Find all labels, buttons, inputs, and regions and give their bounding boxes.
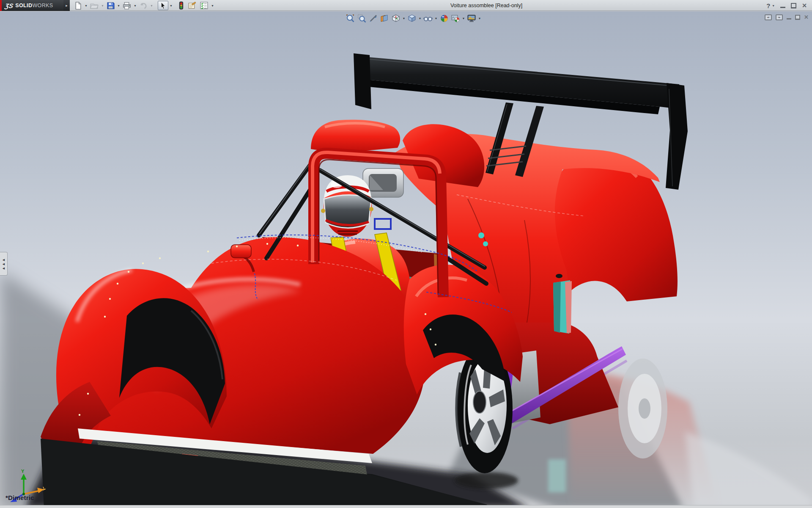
logo-red-strip xyxy=(0,0,2,11)
titlebar: ƷS SOLIDWORKS ▸ ▼ ▼ xyxy=(0,0,812,11)
undo-arrow-icon xyxy=(139,2,148,10)
interference-detection-button[interactable] xyxy=(177,1,185,10)
display-style-caret[interactable]: ▼ xyxy=(418,13,422,23)
window-bottom-edge xyxy=(0,505,812,508)
comment-note-icon xyxy=(187,1,196,10)
view-orientation-label: *Dimetric xyxy=(5,494,34,501)
comment-button[interactable] xyxy=(186,1,198,10)
section-view-button[interactable] xyxy=(379,13,390,23)
viewport-3d-scene[interactable] xyxy=(0,11,812,508)
display-style-cube-icon xyxy=(407,14,417,23)
eyeglasses-icon xyxy=(423,14,433,23)
view-orientation-cube-icon xyxy=(391,14,401,23)
new-document-button[interactable] xyxy=(73,1,83,10)
select-button[interactable] xyxy=(158,1,168,10)
open-folder-icon xyxy=(90,2,99,10)
view-settings-button[interactable] xyxy=(466,13,477,23)
main-toolbar: ▼ ▼ ▼ ▼ xyxy=(73,0,214,11)
pane-arrow-icon: ◀ xyxy=(3,262,5,265)
previous-view-icon xyxy=(369,14,378,23)
view-settings-caret[interactable]: ▼ xyxy=(478,13,481,23)
checklist-icon xyxy=(200,1,208,10)
menu-expand-arrow[interactable]: ▸ xyxy=(63,0,70,11)
view-settings-monitor-icon xyxy=(467,14,476,23)
document-window-controls: ◂▪ ▪▸ ✕ xyxy=(765,14,809,20)
traffic-light-icon xyxy=(178,1,184,10)
save-dropdown-caret[interactable]: ▼ xyxy=(117,1,121,10)
design-checker-dropdown-caret[interactable]: ▼ xyxy=(211,1,214,10)
zoom-to-fit-button[interactable] xyxy=(345,13,355,23)
apply-scene-icon xyxy=(451,14,460,23)
save-floppy-icon xyxy=(107,2,115,10)
print-button[interactable] xyxy=(121,1,132,10)
display-style-button[interactable] xyxy=(407,13,417,23)
minimize-button[interactable] xyxy=(780,7,785,8)
zoom-to-area-button[interactable] xyxy=(357,13,367,23)
feature-pane-tab[interactable]: ◀ ◀ ◀ xyxy=(0,252,8,276)
graphics-area[interactable]: ▼ ▼ ▼ xyxy=(0,11,812,508)
appearance-ball-icon xyxy=(440,14,449,23)
select-cursor-icon xyxy=(159,2,167,10)
document-minimize-button[interactable] xyxy=(787,18,791,19)
triad-y-label: Y xyxy=(21,469,25,474)
open-dropdown-caret[interactable]: ▼ xyxy=(101,1,104,10)
section-view-icon xyxy=(380,14,389,23)
edit-appearance-button[interactable] xyxy=(439,13,449,23)
side-air-duct[interactable] xyxy=(553,280,572,334)
print-icon xyxy=(123,2,131,10)
design-checker-button[interactable] xyxy=(198,1,210,10)
apply-scene-button[interactable] xyxy=(450,13,461,23)
help-dropdown-caret[interactable]: ▼ xyxy=(772,4,775,7)
document-close-button[interactable]: ✕ xyxy=(804,14,809,20)
apply-scene-caret[interactable]: ▼ xyxy=(462,13,465,23)
undo-dropdown-caret[interactable]: ▼ xyxy=(150,1,154,10)
previous-view-button[interactable] xyxy=(368,13,378,23)
document-restore-button[interactable] xyxy=(795,15,800,19)
select-dropdown-caret[interactable]: ▼ xyxy=(169,1,173,10)
solidworks-logo: ƷS SOLIDWORKS xyxy=(0,0,63,11)
open-document-button[interactable] xyxy=(89,1,100,10)
pane-arrow-icon: ◀ xyxy=(3,258,5,261)
logo-text-bold: SOLID xyxy=(15,3,32,8)
window-controls: ? ▼ ✕ xyxy=(766,0,807,11)
headsup-view-toolbar: ▼ ▼ ▼ xyxy=(345,13,481,23)
new-document-icon xyxy=(74,2,82,10)
zoom-to-fit-icon xyxy=(346,14,355,23)
undo-button[interactable] xyxy=(138,1,149,10)
help-button[interactable]: ? xyxy=(766,2,770,9)
logo-glyph: ƷS xyxy=(4,2,14,9)
expand-pane-button[interactable]: ▪▸ xyxy=(776,14,783,20)
print-dropdown-caret[interactable]: ▼ xyxy=(133,1,137,10)
save-button[interactable] xyxy=(105,1,116,10)
x-axis-arrow xyxy=(24,491,40,494)
hide-show-items-caret[interactable]: ▼ xyxy=(434,13,438,23)
logo-text-light: WORKS xyxy=(32,3,53,8)
zoom-to-area-icon xyxy=(357,14,366,23)
pane-arrow-icon: ◀ xyxy=(3,267,5,270)
close-button[interactable]: ✕ xyxy=(802,0,807,11)
new-dropdown-caret[interactable]: ▼ xyxy=(84,1,88,10)
collapse-pane-button[interactable]: ◂▪ xyxy=(765,14,772,20)
hide-show-items-button[interactable] xyxy=(423,13,433,23)
view-orientation-caret[interactable]: ▼ xyxy=(402,13,406,23)
restore-button[interactable] xyxy=(791,3,796,8)
document-title: Voiture assomblee [Read-only] xyxy=(450,0,522,11)
view-orientation-button[interactable] xyxy=(391,13,401,23)
